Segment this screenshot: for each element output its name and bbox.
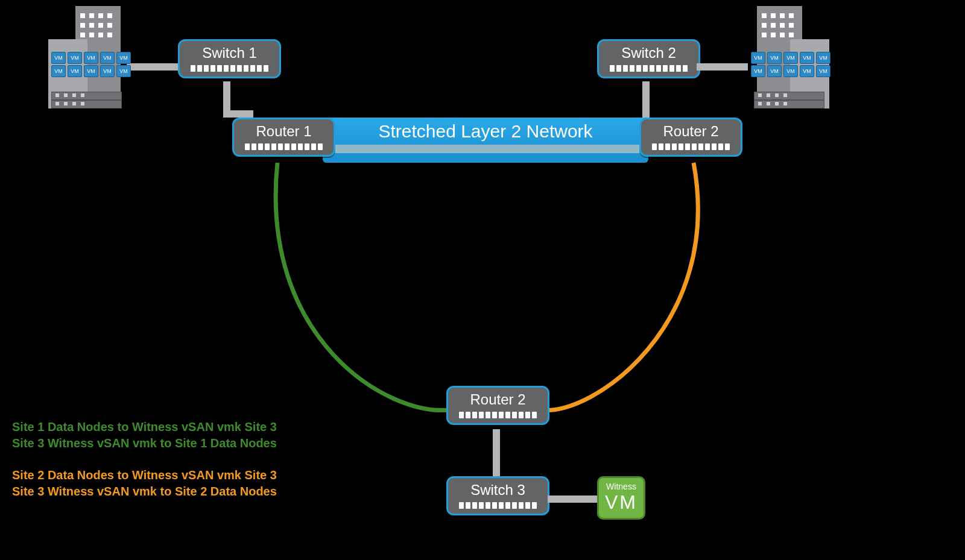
conn-switch2-router2-v bbox=[642, 81, 650, 118]
router-1-ports bbox=[234, 141, 334, 155]
switch-3-label: Switch 3 bbox=[448, 478, 548, 500]
router-1: Router 1 bbox=[232, 118, 335, 157]
witness-vm: Witness VM bbox=[597, 476, 645, 520]
conn-site1-switch1 bbox=[127, 63, 178, 71]
router-1-label: Router 1 bbox=[234, 119, 334, 141]
switch-3: Switch 3 bbox=[446, 476, 549, 515]
conn-site2-switch2 bbox=[697, 63, 748, 71]
conn-switch3-witness bbox=[548, 496, 597, 503]
legend-orange-line-2: Site 3 Witness vSAN vmk to Site 2 Data N… bbox=[12, 483, 277, 500]
legend-green-line-2: Site 3 Witness vSAN vmk to Site 1 Data N… bbox=[12, 435, 277, 451]
conn-router2b-switch3 bbox=[493, 429, 500, 476]
legend-orange-line-1: Site 2 Data Nodes to Witness vSAN vmk Si… bbox=[12, 467, 277, 483]
site-2-building: VMVMVMVMVM VMVMVMVMVM bbox=[745, 6, 835, 115]
site1-vm-row-1: VMVMVMVMVM bbox=[51, 52, 131, 64]
legend-orange: Site 2 Data Nodes to Witness vSAN vmk Si… bbox=[12, 467, 277, 500]
stretched-l2-bar: Stretched Layer 2 Network bbox=[323, 118, 648, 163]
site-1-building: VMVMVMVMVM VMVMVMVMVM bbox=[42, 6, 133, 115]
router-2-bottom: Router 2 bbox=[446, 386, 549, 425]
switch-2: Switch 2 bbox=[597, 39, 700, 78]
witness-small-label: Witness bbox=[599, 478, 644, 491]
switch-1-label: Switch 1 bbox=[180, 41, 279, 63]
switch-3-ports bbox=[448, 500, 548, 514]
switch-2-ports bbox=[599, 63, 698, 77]
site1-vm-row-2: VMVMVMVMVM bbox=[51, 65, 131, 77]
orange-path bbox=[543, 163, 698, 410]
conn-switch1-router1-h bbox=[223, 110, 253, 118]
switch-1: Switch 1 bbox=[178, 39, 281, 78]
router-2-bottom-label: Router 2 bbox=[448, 388, 548, 409]
legend-green-line-1: Site 1 Data Nodes to Witness vSAN vmk Si… bbox=[12, 419, 277, 435]
switch-1-ports bbox=[180, 63, 279, 77]
site2-vm-row-1: VMVMVMVMVM bbox=[751, 52, 831, 64]
router-2-top-label: Router 2 bbox=[641, 119, 741, 141]
l2-inner-line bbox=[326, 145, 645, 153]
diagram-canvas: Stretched Layer 2 Network Switch 1 Switc… bbox=[0, 0, 965, 560]
stretched-l2-label: Stretched Layer 2 Network bbox=[378, 121, 592, 142]
router-2-top-ports bbox=[641, 141, 741, 155]
router-2-top: Router 2 bbox=[639, 118, 742, 157]
green-path bbox=[276, 163, 449, 411]
switch-2-label: Switch 2 bbox=[599, 41, 698, 63]
witness-big-label: VM bbox=[599, 491, 644, 516]
site2-vm-row-2: VMVMVMVMVM bbox=[751, 65, 831, 77]
router-2-bottom-ports bbox=[448, 409, 548, 423]
legend-green: Site 1 Data Nodes to Witness vSAN vmk Si… bbox=[12, 419, 277, 451]
